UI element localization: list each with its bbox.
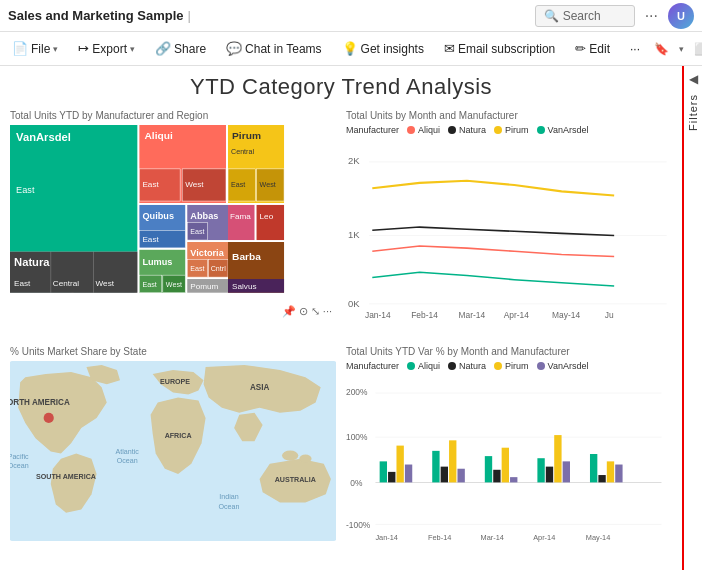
svg-text:Central: Central: [53, 279, 79, 288]
svg-text:Pomum: Pomum: [190, 282, 218, 291]
filters-label: Filters: [687, 94, 699, 131]
file-chevron: ▾: [53, 44, 58, 54]
svg-text:Ocean: Ocean: [117, 456, 138, 464]
bar-chart[interactable]: 200% 100% 0% -100%: [346, 374, 672, 554]
bar-legend-aliqui: Aliqui: [407, 361, 440, 371]
toolbar-chat[interactable]: 💬 Chat in Teams: [220, 38, 327, 59]
svg-text:0%: 0%: [350, 477, 363, 487]
aliqui-dot: [407, 126, 415, 134]
search-box[interactable]: 🔍 Search: [535, 5, 635, 27]
svg-text:AFRICA: AFRICA: [165, 432, 192, 440]
svg-text:May-14: May-14: [586, 533, 611, 542]
toolbar-more-label: ···: [630, 42, 640, 56]
toolbar-edit-label: Edit: [589, 42, 610, 56]
treemap-chart[interactable]: VanArsdel East Central West Natura East …: [10, 125, 336, 320]
svg-text:Mar-14: Mar-14: [481, 533, 504, 542]
toolbar-insights[interactable]: 💡 Get insights: [336, 38, 430, 59]
title-bar: Sales and Marketing Sample | 🔍 Search ··…: [0, 0, 702, 32]
legend-vanarsdel-label: VanArsdel: [548, 125, 589, 135]
svg-text:Natura: Natura: [14, 257, 50, 269]
file-icon: 📄: [12, 41, 28, 56]
page-title: YTD Category Trend Analysis: [10, 74, 672, 100]
report-title: Sales and Marketing Sample: [8, 8, 184, 23]
bookmark-chevron: ▾: [679, 44, 684, 54]
svg-text:Abbas: Abbas: [190, 211, 218, 221]
toolbar-share[interactable]: 🔗 Share: [149, 38, 212, 59]
svg-text:100%: 100%: [346, 432, 368, 442]
svg-text:Indian: Indian: [219, 493, 238, 501]
svg-point-59: [299, 454, 311, 462]
filters-panel[interactable]: ◀ Filters: [682, 66, 702, 570]
legend-aliqui-label: Aliqui: [418, 125, 440, 135]
svg-text:East: East: [142, 235, 159, 244]
avatar[interactable]: U: [668, 3, 694, 29]
insights-icon: 💡: [342, 41, 358, 56]
svg-rect-85: [432, 450, 439, 482]
line-chart[interactable]: 2K 1K 0K: [346, 138, 672, 333]
svg-text:East: East: [142, 281, 156, 288]
barchart-title: Total Units YTD Var % by Month and Manuf…: [346, 346, 672, 357]
svg-text:Barba: Barba: [232, 251, 261, 262]
svg-text:NORTH AMERICA: NORTH AMERICA: [10, 397, 70, 406]
legend-pirum: Pirum: [494, 125, 529, 135]
svg-rect-95: [554, 435, 561, 482]
bar-legend-pirum-label: Pirum: [505, 361, 529, 371]
toolbar-email-label: Email subscription: [458, 42, 555, 56]
treemap-more-icon[interactable]: ···: [323, 305, 332, 318]
legend-pirum-label: Pirum: [505, 125, 529, 135]
bar-legend-pirum: Pirum: [494, 361, 529, 371]
svg-rect-87: [449, 440, 456, 482]
toolbar-file[interactable]: 📄 File ▾: [6, 38, 64, 59]
bar-legend-aliqui-label: Aliqui: [418, 361, 440, 371]
svg-text:Ocean: Ocean: [219, 502, 240, 510]
svg-text:Ju: Ju: [605, 310, 614, 320]
toolbar-file-label: File: [31, 42, 50, 56]
linechart-title: Total Units by Month and Manufacturer: [346, 110, 672, 121]
svg-rect-92: [510, 477, 517, 482]
svg-text:Atlantic: Atlantic: [115, 447, 139, 455]
map-chart[interactable]: NORTH AMERICA SOUTH AMERICA EUROPE AFRIC…: [10, 361, 336, 541]
barchart-panel: Total Units YTD Var % by Month and Manuf…: [346, 346, 672, 557]
svg-text:Cntrl: Cntrl: [211, 265, 226, 272]
svg-text:2K: 2K: [348, 155, 360, 166]
toolbar-more[interactable]: ···: [624, 39, 646, 59]
search-label: Search: [563, 9, 601, 23]
treemap-panel: Total Units YTD by Manufacturer and Regi…: [10, 110, 336, 336]
bar-vanarsdel-dot: [537, 362, 545, 370]
svg-rect-100: [615, 464, 622, 482]
svg-text:East: East: [14, 279, 31, 288]
svg-text:Mar-14: Mar-14: [459, 310, 486, 320]
svg-rect-99: [607, 461, 614, 482]
export-chevron: ▾: [130, 44, 135, 54]
svg-text:SOUTH AMERICA: SOUTH AMERICA: [36, 473, 96, 481]
pirum-dot: [494, 126, 502, 134]
layout-icon[interactable]: ⬜: [688, 39, 702, 59]
svg-rect-82: [388, 471, 395, 482]
svg-text:Ocean: Ocean: [10, 461, 29, 469]
bookmark-icon[interactable]: 🔖: [648, 39, 675, 59]
treemap-focus-icon[interactable]: ⊙: [299, 305, 308, 318]
svg-rect-98: [598, 475, 605, 482]
search-icon: 🔍: [544, 9, 559, 23]
toolbar-export[interactable]: ↦ Export ▾: [72, 38, 141, 59]
more-options-button[interactable]: ···: [643, 7, 660, 25]
title-bar-left: Sales and Marketing Sample |: [8, 8, 535, 23]
main-area: YTD Category Trend Analysis Total Units …: [0, 66, 702, 570]
svg-text:East: East: [190, 265, 204, 272]
svg-text:Aliqui: Aliqui: [144, 130, 173, 141]
svg-text:West: West: [260, 182, 276, 189]
toolbar-edit[interactable]: ✏ Edit: [569, 38, 616, 59]
treemap-pin-icon[interactable]: 📌: [282, 305, 296, 318]
svg-text:VanArsdel: VanArsdel: [16, 131, 71, 143]
bar-legend-vanarsdel: VanArsdel: [537, 361, 589, 371]
svg-rect-83: [396, 445, 403, 482]
toolbar-email[interactable]: ✉ Email subscription: [438, 38, 561, 59]
legend-aliqui: Aliqui: [407, 125, 440, 135]
map-panel: % Units Market Share by State: [10, 346, 336, 557]
treemap-expand-icon[interactable]: ⤡: [311, 305, 320, 318]
filters-arrow-icon: ◀: [689, 72, 698, 86]
linechart-legend: Manufacturer Aliqui Natura Pirum: [346, 125, 672, 135]
svg-text:0K: 0K: [348, 298, 360, 309]
map-svg: NORTH AMERICA SOUTH AMERICA EUROPE AFRIC…: [10, 361, 336, 541]
svg-rect-84: [405, 464, 412, 482]
